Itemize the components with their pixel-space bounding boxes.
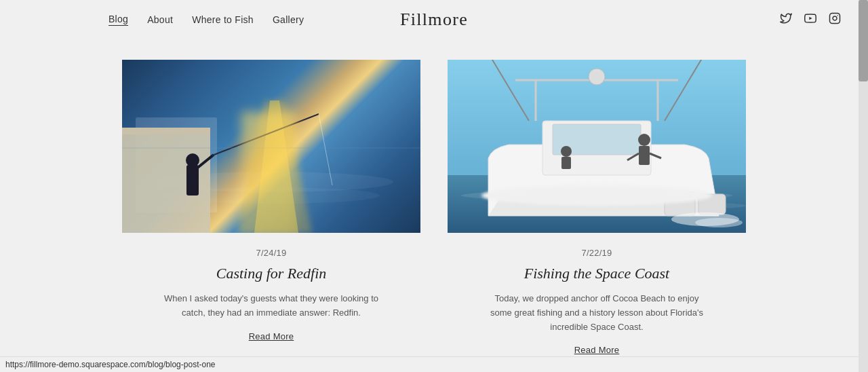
card-date-2: 7/22/19: [581, 248, 612, 258]
svg-rect-33: [665, 192, 695, 216]
site-title: Fillmore: [400, 10, 468, 30]
nav-about[interactable]: About: [147, 14, 173, 25]
social-icons: [780, 12, 841, 27]
blog-card-1: 7/24/19 Casting for Redfin When I asked …: [122, 60, 420, 355]
card-excerpt-2: Today, we dropped anchor off Cocoa Beach…: [488, 292, 705, 334]
svg-rect-1: [830, 14, 840, 24]
card-image-2: [448, 60, 746, 233]
nav-gallery[interactable]: Gallery: [273, 14, 304, 25]
svg-line-12: [212, 114, 319, 155]
svg-point-29: [638, 134, 650, 146]
svg-rect-28: [561, 157, 571, 169]
instagram-icon[interactable]: [829, 12, 841, 27]
blog-card-2: 7/22/19 Fishing the Space Coast Today, w…: [448, 60, 746, 355]
card-read-more-2[interactable]: Read More: [574, 345, 620, 355]
youtube-icon[interactable]: [804, 12, 816, 27]
card-image-1: [122, 60, 420, 233]
nav-where-to-fish[interactable]: Where to Fish: [192, 14, 254, 25]
site-header: Blog About Where to Fish Gallery Fillmor…: [0, 0, 868, 39]
svg-point-27: [561, 146, 572, 157]
card-title-1: Casting for Redfin: [216, 265, 327, 282]
svg-rect-30: [639, 146, 650, 165]
scrollbar-thumb[interactable]: [859, 0, 868, 81]
svg-marker-6: [254, 100, 298, 233]
twitter-icon[interactable]: [780, 12, 792, 27]
main-nav: Blog About Where to Fish Gallery: [108, 14, 304, 26]
card-read-more-1[interactable]: Read More: [249, 331, 294, 341]
card-title-2: Fishing the Space Coast: [524, 265, 669, 282]
svg-point-36: [695, 218, 743, 227]
svg-point-10: [186, 153, 199, 167]
scrollbar[interactable]: [859, 0, 868, 372]
status-url: https://fillmore-demo.squarespace.com/bl…: [5, 360, 216, 369]
main-content: 7/24/19 Casting for Redfin When I asked …: [0, 39, 868, 372]
svg-rect-8: [122, 128, 210, 134]
svg-point-24: [589, 69, 605, 85]
svg-point-17: [461, 190, 732, 201]
card-date-1: 7/24/19: [256, 248, 286, 258]
card-excerpt-1: When I asked today's guests what they we…: [163, 292, 380, 320]
status-bar: https://fillmore-demo.squarespace.com/bl…: [0, 356, 859, 372]
svg-marker-0: [809, 17, 812, 20]
nav-blog[interactable]: Blog: [108, 14, 128, 26]
svg-rect-34: [698, 194, 726, 215]
